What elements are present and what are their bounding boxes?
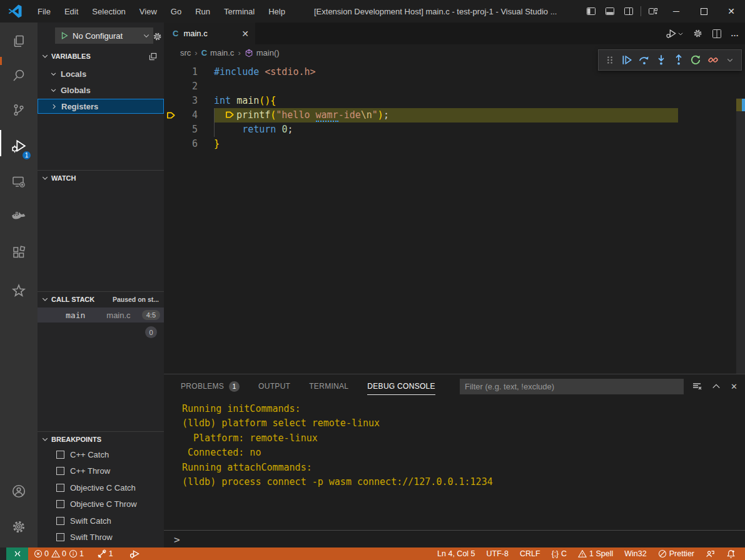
search-icon[interactable]: [0, 60, 38, 91]
code-line-2[interactable]: 2: [164, 79, 745, 94]
breakpoint-row[interactable]: C++ Catch: [38, 446, 164, 463]
menu-file[interactable]: File: [31, 4, 57, 19]
editor-settings-gear-icon[interactable]: [692, 28, 703, 39]
step-into-icon[interactable]: [656, 54, 668, 66]
breakpoint-checkbox[interactable]: [56, 484, 64, 492]
split-editor-icon[interactable]: [712, 29, 722, 39]
start-debug-icon[interactable]: [60, 31, 69, 40]
code-line-4[interactable]: 4 printf("hello wamr-ide\n");: [164, 108, 745, 122]
debug-config-dropdown[interactable]: No Configurat: [55, 28, 153, 44]
customize-layout-icon[interactable]: [644, 0, 662, 22]
eol-sequence[interactable]: CRLF: [514, 548, 546, 560]
breakpoint-row[interactable]: Swift Throw: [38, 529, 164, 546]
continue-icon[interactable]: [621, 54, 634, 66]
breakpoint-row[interactable]: Objective C Throw: [38, 496, 164, 513]
menu-view[interactable]: View: [133, 4, 163, 19]
formatter-status[interactable]: Prettier: [652, 548, 700, 560]
disconnect-icon[interactable]: [707, 54, 719, 66]
source-control-icon[interactable]: [0, 94, 38, 126]
extensions-icon[interactable]: [0, 237, 38, 268]
code-line-6[interactable]: 6}: [164, 137, 745, 151]
toggle-sidebar-icon[interactable]: [582, 0, 601, 22]
line-number[interactable]: 1: [164, 65, 198, 79]
close-button[interactable]: ✕: [717, 0, 745, 22]
more-actions-icon[interactable]: …: [731, 29, 740, 38]
test-explorer-icon[interactable]: [0, 276, 38, 307]
menu-go[interactable]: Go: [165, 4, 188, 19]
breakpoint-checkbox[interactable]: [56, 500, 64, 508]
clear-console-icon[interactable]: [692, 381, 702, 391]
restart-icon[interactable]: [690, 54, 702, 66]
overview-ruler[interactable]: [736, 98, 745, 374]
line-number[interactable]: 6: [164, 137, 198, 151]
toggle-panel-icon[interactable]: [601, 0, 619, 22]
call-stack-section-header[interactable]: CALL STACK Paused on st...: [38, 292, 164, 307]
problems-status[interactable]: 0 0 1: [31, 548, 86, 560]
maximize-panel-icon[interactable]: [712, 382, 721, 391]
close-tab-icon[interactable]: ✕: [241, 29, 249, 39]
stack-frame-row[interactable]: main main.c 4:5: [38, 308, 164, 322]
variables-locals-row[interactable]: Locals: [38, 66, 164, 81]
variables-globals-row[interactable]: Globals: [38, 82, 164, 98]
collapse-all-icon[interactable]: [148, 52, 158, 61]
remote-indicator[interactable]: [6, 548, 28, 560]
tab-terminal[interactable]: TERMINAL: [309, 382, 348, 391]
chevron-down-icon[interactable]: [724, 54, 737, 66]
breakpoint-checkbox[interactable]: [56, 517, 64, 525]
tab-debug-console[interactable]: DEBUG CONSOLE: [367, 382, 435, 391]
breakpoint-checkbox[interactable]: [56, 467, 64, 475]
toggle-secondary-sidebar-icon[interactable]: [619, 0, 638, 22]
close-panel-icon[interactable]: ✕: [731, 382, 737, 391]
run-debug-icon[interactable]: 1: [0, 131, 38, 162]
breakpoint-row[interactable]: C++ Throw: [38, 463, 164, 480]
code-line-5[interactable]: 5 return 0;: [164, 122, 745, 137]
platform-status[interactable]: Win32: [619, 548, 652, 560]
docker-icon[interactable]: [0, 201, 38, 232]
code-line-3[interactable]: 3int main(){: [164, 94, 745, 108]
watch-section-header[interactable]: WATCH: [38, 171, 164, 186]
menu-selection[interactable]: Selection: [86, 4, 131, 19]
drag-handle-icon[interactable]: [604, 54, 616, 66]
line-number[interactable]: 2: [164, 79, 198, 94]
console-filter-input[interactable]: Filter (e.g. text, !exclude): [460, 379, 684, 394]
breadcrumb-symbol[interactable]: main(): [256, 48, 280, 58]
tab-main-c[interactable]: C main.c ✕: [164, 22, 255, 44]
code-editor[interactable]: 1#include <stdio.h>23int main(){4 printf…: [164, 61, 745, 374]
language-mode[interactable]: {;}C: [546, 548, 572, 560]
debug-settings-gear-icon[interactable]: [152, 31, 163, 42]
variables-registers-row[interactable]: Registers: [38, 99, 164, 114]
breakpoint-row[interactable]: Swift Catch: [38, 512, 164, 529]
account-icon[interactable]: [0, 476, 38, 507]
maximize-button[interactable]: [690, 0, 717, 22]
menu-run[interactable]: Run: [189, 4, 216, 19]
cursor-position[interactable]: Ln 4, Col 5: [432, 548, 480, 560]
tools-status[interactable]: 1: [91, 548, 119, 560]
breakpoint-row[interactable]: Objective C Catch: [38, 479, 164, 496]
menu-edit[interactable]: Edit: [58, 4, 84, 19]
feedback-icon[interactable]: [700, 548, 721, 560]
settings-gear-icon[interactable]: [0, 511, 38, 542]
line-number[interactable]: 5: [164, 122, 198, 137]
breadcrumb-folder[interactable]: src: [180, 48, 191, 58]
debug-console-output[interactable]: Running initCommands:(lldb) platform sel…: [182, 402, 493, 489]
line-number[interactable]: 3: [164, 94, 198, 108]
explorer-icon[interactable]: [0, 26, 38, 57]
remote-explorer-icon[interactable]: [0, 166, 38, 198]
menu-terminal[interactable]: Terminal: [218, 4, 261, 19]
step-over-icon[interactable]: [638, 54, 651, 66]
notifications-bell-icon[interactable]: [721, 548, 741, 560]
menu-help[interactable]: Help: [262, 4, 291, 19]
breadcrumb-file[interactable]: main.c: [210, 48, 234, 58]
encoding[interactable]: UTF-8: [481, 548, 514, 560]
tab-output[interactable]: OUTPUT: [258, 382, 290, 391]
current-frame-arrow-icon[interactable]: [166, 108, 178, 122]
breakpoint-checkbox[interactable]: [56, 533, 64, 541]
minimize-button[interactable]: ─: [662, 0, 690, 22]
variables-section-header[interactable]: VARIABLES: [38, 49, 164, 64]
breakpoints-section-header[interactable]: BREAKPOINTS: [38, 432, 164, 447]
tab-problems[interactable]: PROBLEMS1: [181, 381, 240, 392]
console-input-row[interactable]: >: [164, 530, 745, 548]
spell-checker-status[interactable]: 1 Spell: [572, 548, 619, 560]
breakpoint-checkbox[interactable]: [56, 451, 64, 459]
debug-status-icon[interactable]: [124, 548, 145, 560]
